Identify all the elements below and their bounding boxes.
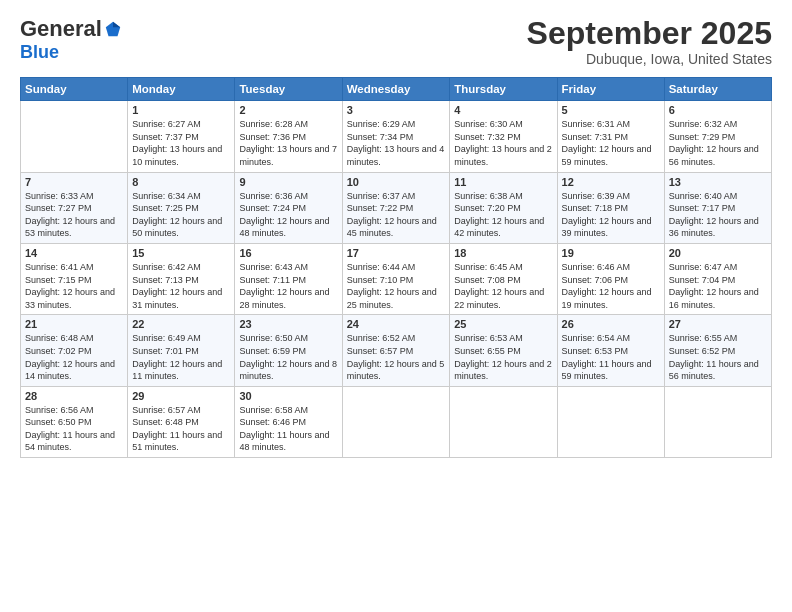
logo-icon — [104, 20, 122, 38]
day-number: 29 — [132, 390, 230, 402]
cell-info: Sunrise: 6:41 AMSunset: 7:15 PMDaylight:… — [25, 261, 123, 311]
cell-info: Sunrise: 6:56 AMSunset: 6:50 PMDaylight:… — [25, 404, 123, 454]
logo-blue: Blue — [20, 42, 59, 62]
calendar-cell: 4 Sunrise: 6:30 AMSunset: 7:32 PMDayligh… — [450, 101, 557, 172]
month-title: September 2025 — [527, 16, 772, 51]
calendar-cell: 23 Sunrise: 6:50 AMSunset: 6:59 PMDaylig… — [235, 315, 342, 386]
cell-info: Sunrise: 6:53 AMSunset: 6:55 PMDaylight:… — [454, 332, 552, 382]
location: Dubuque, Iowa, United States — [527, 51, 772, 67]
calendar-cell: 29 Sunrise: 6:57 AMSunset: 6:48 PMDaylig… — [128, 386, 235, 457]
calendar-table: Sunday Monday Tuesday Wednesday Thursday… — [20, 77, 772, 458]
cell-info: Sunrise: 6:40 AMSunset: 7:17 PMDaylight:… — [669, 190, 767, 240]
day-number: 23 — [239, 318, 337, 330]
col-thursday: Thursday — [450, 78, 557, 101]
cell-info: Sunrise: 6:37 AMSunset: 7:22 PMDaylight:… — [347, 190, 446, 240]
calendar-cell: 5 Sunrise: 6:31 AMSunset: 7:31 PMDayligh… — [557, 101, 664, 172]
logo-general: General — [20, 16, 102, 42]
col-saturday: Saturday — [664, 78, 771, 101]
cell-info: Sunrise: 6:45 AMSunset: 7:08 PMDaylight:… — [454, 261, 552, 311]
calendar-cell: 11 Sunrise: 6:38 AMSunset: 7:20 PMDaylig… — [450, 172, 557, 243]
col-monday: Monday — [128, 78, 235, 101]
day-number: 1 — [132, 104, 230, 116]
day-number: 14 — [25, 247, 123, 259]
day-number: 16 — [239, 247, 337, 259]
day-number: 20 — [669, 247, 767, 259]
calendar-week-row: 28 Sunrise: 6:56 AMSunset: 6:50 PMDaylig… — [21, 386, 772, 457]
col-wednesday: Wednesday — [342, 78, 450, 101]
cell-info: Sunrise: 6:49 AMSunset: 7:01 PMDaylight:… — [132, 332, 230, 382]
day-number: 22 — [132, 318, 230, 330]
cell-info: Sunrise: 6:27 AMSunset: 7:37 PMDaylight:… — [132, 118, 230, 168]
day-number: 25 — [454, 318, 552, 330]
calendar-week-row: 14 Sunrise: 6:41 AMSunset: 7:15 PMDaylig… — [21, 243, 772, 314]
calendar-cell: 15 Sunrise: 6:42 AMSunset: 7:13 PMDaylig… — [128, 243, 235, 314]
calendar-cell — [21, 101, 128, 172]
calendar-cell: 9 Sunrise: 6:36 AMSunset: 7:24 PMDayligh… — [235, 172, 342, 243]
cell-info: Sunrise: 6:50 AMSunset: 6:59 PMDaylight:… — [239, 332, 337, 382]
title-block: September 2025 Dubuque, Iowa, United Sta… — [527, 16, 772, 67]
calendar-cell — [557, 386, 664, 457]
day-number: 30 — [239, 390, 337, 402]
calendar-cell: 10 Sunrise: 6:37 AMSunset: 7:22 PMDaylig… — [342, 172, 450, 243]
day-number: 12 — [562, 176, 660, 188]
calendar-cell: 25 Sunrise: 6:53 AMSunset: 6:55 PMDaylig… — [450, 315, 557, 386]
calendar-cell: 28 Sunrise: 6:56 AMSunset: 6:50 PMDaylig… — [21, 386, 128, 457]
day-number: 9 — [239, 176, 337, 188]
calendar-cell — [450, 386, 557, 457]
cell-info: Sunrise: 6:31 AMSunset: 7:31 PMDaylight:… — [562, 118, 660, 168]
calendar-cell: 22 Sunrise: 6:49 AMSunset: 7:01 PMDaylig… — [128, 315, 235, 386]
calendar-cell: 26 Sunrise: 6:54 AMSunset: 6:53 PMDaylig… — [557, 315, 664, 386]
calendar-cell: 17 Sunrise: 6:44 AMSunset: 7:10 PMDaylig… — [342, 243, 450, 314]
day-number: 7 — [25, 176, 123, 188]
cell-info: Sunrise: 6:47 AMSunset: 7:04 PMDaylight:… — [669, 261, 767, 311]
logo: General Blue — [20, 16, 122, 63]
calendar-cell: 16 Sunrise: 6:43 AMSunset: 7:11 PMDaylig… — [235, 243, 342, 314]
page-header: General Blue September 2025 Dubuque, Iow… — [20, 16, 772, 67]
col-friday: Friday — [557, 78, 664, 101]
col-sunday: Sunday — [21, 78, 128, 101]
calendar-cell: 21 Sunrise: 6:48 AMSunset: 7:02 PMDaylig… — [21, 315, 128, 386]
day-number: 21 — [25, 318, 123, 330]
calendar-cell: 18 Sunrise: 6:45 AMSunset: 7:08 PMDaylig… — [450, 243, 557, 314]
day-number: 5 — [562, 104, 660, 116]
cell-info: Sunrise: 6:34 AMSunset: 7:25 PMDaylight:… — [132, 190, 230, 240]
day-number: 17 — [347, 247, 446, 259]
cell-info: Sunrise: 6:32 AMSunset: 7:29 PMDaylight:… — [669, 118, 767, 168]
calendar-cell: 19 Sunrise: 6:46 AMSunset: 7:06 PMDaylig… — [557, 243, 664, 314]
calendar-cell: 13 Sunrise: 6:40 AMSunset: 7:17 PMDaylig… — [664, 172, 771, 243]
calendar-cell: 30 Sunrise: 6:58 AMSunset: 6:46 PMDaylig… — [235, 386, 342, 457]
cell-info: Sunrise: 6:39 AMSunset: 7:18 PMDaylight:… — [562, 190, 660, 240]
calendar-cell: 12 Sunrise: 6:39 AMSunset: 7:18 PMDaylig… — [557, 172, 664, 243]
calendar-cell: 20 Sunrise: 6:47 AMSunset: 7:04 PMDaylig… — [664, 243, 771, 314]
day-number: 3 — [347, 104, 446, 116]
day-number: 6 — [669, 104, 767, 116]
cell-info: Sunrise: 6:43 AMSunset: 7:11 PMDaylight:… — [239, 261, 337, 311]
cell-info: Sunrise: 6:46 AMSunset: 7:06 PMDaylight:… — [562, 261, 660, 311]
calendar-cell: 14 Sunrise: 6:41 AMSunset: 7:15 PMDaylig… — [21, 243, 128, 314]
cell-info: Sunrise: 6:38 AMSunset: 7:20 PMDaylight:… — [454, 190, 552, 240]
day-number: 27 — [669, 318, 767, 330]
calendar-header-row: Sunday Monday Tuesday Wednesday Thursday… — [21, 78, 772, 101]
calendar-week-row: 7 Sunrise: 6:33 AMSunset: 7:27 PMDayligh… — [21, 172, 772, 243]
calendar-cell — [664, 386, 771, 457]
calendar-week-row: 1 Sunrise: 6:27 AMSunset: 7:37 PMDayligh… — [21, 101, 772, 172]
cell-info: Sunrise: 6:58 AMSunset: 6:46 PMDaylight:… — [239, 404, 337, 454]
day-number: 4 — [454, 104, 552, 116]
calendar-week-row: 21 Sunrise: 6:48 AMSunset: 7:02 PMDaylig… — [21, 315, 772, 386]
cell-info: Sunrise: 6:30 AMSunset: 7:32 PMDaylight:… — [454, 118, 552, 168]
day-number: 28 — [25, 390, 123, 402]
day-number: 24 — [347, 318, 446, 330]
calendar-cell: 2 Sunrise: 6:28 AMSunset: 7:36 PMDayligh… — [235, 101, 342, 172]
cell-info: Sunrise: 6:44 AMSunset: 7:10 PMDaylight:… — [347, 261, 446, 311]
cell-info: Sunrise: 6:48 AMSunset: 7:02 PMDaylight:… — [25, 332, 123, 382]
calendar-cell — [342, 386, 450, 457]
day-number: 11 — [454, 176, 552, 188]
calendar-cell: 27 Sunrise: 6:55 AMSunset: 6:52 PMDaylig… — [664, 315, 771, 386]
cell-info: Sunrise: 6:54 AMSunset: 6:53 PMDaylight:… — [562, 332, 660, 382]
day-number: 8 — [132, 176, 230, 188]
day-number: 19 — [562, 247, 660, 259]
cell-info: Sunrise: 6:42 AMSunset: 7:13 PMDaylight:… — [132, 261, 230, 311]
calendar-cell: 24 Sunrise: 6:52 AMSunset: 6:57 PMDaylig… — [342, 315, 450, 386]
calendar-cell: 1 Sunrise: 6:27 AMSunset: 7:37 PMDayligh… — [128, 101, 235, 172]
calendar-cell: 6 Sunrise: 6:32 AMSunset: 7:29 PMDayligh… — [664, 101, 771, 172]
